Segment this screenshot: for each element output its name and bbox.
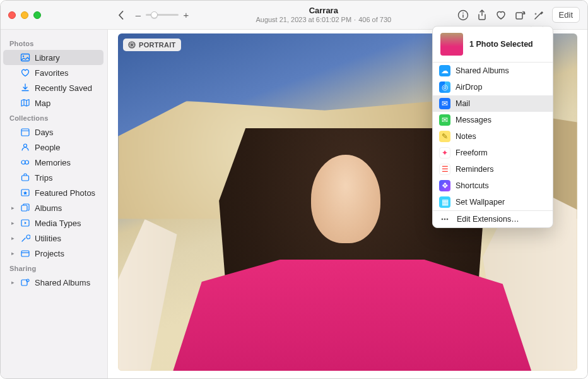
map-icon — [20, 98, 30, 108]
wallpaper-app-icon: ▦ — [439, 196, 450, 208]
sidebar-item-label: Recently Saved — [35, 83, 92, 93]
mail-app-icon: ✉︎ — [439, 98, 450, 109]
svg-rect-14 — [21, 251, 29, 256]
share-button[interactable] — [476, 9, 488, 21]
sidebar-item-label: Shared Albums — [35, 278, 90, 287]
notes-app-icon: ✎ — [439, 131, 450, 142]
sidebar-item-label: Library — [35, 53, 60, 63]
shared-albums-app-icon: ☁︎ — [439, 65, 450, 76]
share-menu-header: 1 Photo Selected — [433, 27, 553, 62]
sidebar-item-recently-saved[interactable]: Recently Saved — [3, 80, 103, 95]
sidebar-item-label: Favorites — [35, 68, 68, 78]
chevron-right-icon: ▸ — [9, 220, 16, 226]
heart-icon — [20, 68, 30, 78]
sidebar-section-collections: Collections — [3, 111, 103, 124]
chevron-right-icon: ▸ — [9, 250, 16, 256]
sidebar-item-albums[interactable]: ▸ Albums — [3, 200, 103, 215]
sidebar-item-days[interactable]: Days — [3, 124, 103, 140]
trips-icon — [20, 172, 30, 183]
sidebar-item-label: Featured Photos — [35, 188, 95, 198]
svg-rect-4 — [21, 54, 30, 61]
edit-button[interactable]: Edit — [552, 7, 580, 23]
sidebar-item-favorites[interactable]: Favorites — [3, 65, 103, 80]
sidebar-item-label: Media Types — [35, 219, 81, 228]
favorite-button[interactable] — [495, 9, 507, 21]
sidebar-item-shared-albums[interactable]: ▸ Shared Albums — [3, 275, 103, 290]
svg-point-18 — [442, 219, 444, 220]
extensions-icon — [439, 214, 450, 225]
photo-counter: 406 of 730 — [358, 16, 391, 23]
chevron-right-icon: ▸ — [9, 279, 16, 286]
svg-rect-12 — [21, 205, 27, 211]
photos-window: – + Carrara August 21, 2023 at 6:01:02 P… — [0, 0, 588, 379]
shared-albums-icon — [20, 277, 30, 287]
airdrop-app-icon: ◎ — [439, 81, 450, 93]
sidebar-item-memories[interactable]: Memories — [3, 155, 103, 170]
library-icon — [20, 52, 30, 63]
sidebar-item-media-types[interactable]: ▸ Media Types — [3, 215, 103, 231]
svg-point-16 — [26, 279, 29, 282]
chevron-right-icon: ▸ — [9, 235, 16, 241]
title-area: Carrara August 21, 2023 at 6:01:02 PM·40… — [190, 6, 457, 24]
sidebar-item-label: Trips — [35, 173, 52, 183]
featured-icon — [20, 188, 30, 198]
reminders-app-icon: ☰ — [439, 164, 450, 175]
sidebar-section-sharing: Sharing — [3, 261, 103, 275]
sidebar-section-photos: Photos — [3, 36, 103, 50]
svg-point-7 — [24, 144, 27, 147]
svg-rect-2 — [462, 12, 463, 13]
zoom-slider[interactable]: – + — [134, 9, 190, 20]
download-icon — [20, 83, 30, 93]
share-menu-title: 1 Photo Selected — [469, 40, 533, 49]
share-item-shortcuts[interactable]: ❖Shortcuts — [433, 177, 553, 194]
utilities-icon — [20, 233, 30, 243]
sidebar-item-map[interactable]: Map — [3, 95, 103, 111]
viewer-left-controls: – + — [108, 9, 190, 20]
people-icon — [20, 142, 30, 152]
share-item-notes[interactable]: ✎Notes — [433, 128, 553, 145]
svg-rect-10 — [22, 176, 29, 181]
svg-point-20 — [447, 219, 449, 220]
zoom-out-icon: – — [134, 9, 142, 20]
share-item-airdrop[interactable]: ◎AirDrop — [433, 79, 553, 95]
sidebar-item-label: Map — [35, 99, 50, 108]
shortcuts-app-icon: ❖ — [439, 180, 450, 191]
svg-point-5 — [23, 56, 24, 57]
info-button[interactable] — [457, 9, 469, 21]
svg-rect-1 — [462, 15, 463, 18]
share-item-mail[interactable]: ✉︎Mail — [433, 95, 553, 112]
share-menu-thumbnail — [440, 33, 463, 56]
share-item-edit-extensions[interactable]: Edit Extensions… — [433, 211, 553, 227]
sidebar-item-label: People — [35, 143, 60, 152]
auto-enhance-button[interactable] — [533, 9, 544, 21]
fullscreen-window-button[interactable] — [33, 11, 41, 19]
svg-point-19 — [444, 219, 446, 220]
portrait-badge: PORTRAIT — [123, 39, 181, 51]
sidebar-item-projects[interactable]: ▸ Projects — [3, 246, 103, 261]
sidebar-item-label: Projects — [35, 249, 64, 258]
back-button[interactable] — [114, 11, 128, 20]
share-item-set-wallpaper[interactable]: ▦Set Wallpaper — [433, 194, 553, 210]
share-item-messages[interactable]: ✉︎Messages — [433, 112, 553, 128]
sidebar-item-library[interactable]: Library — [3, 50, 103, 65]
close-window-button[interactable] — [8, 11, 16, 19]
sidebar: Photos Library Favorites Recently Saved … — [1, 30, 108, 378]
calendar-icon — [20, 127, 30, 137]
sidebar-item-utilities[interactable]: ▸ Utilities — [3, 231, 103, 246]
share-item-freeform[interactable]: ✦Freeform — [433, 145, 553, 161]
minimize-window-button[interactable] — [21, 11, 28, 19]
photo-title: Carrara — [190, 6, 457, 16]
messages-app-icon: ✉︎ — [439, 114, 450, 126]
sidebar-item-label: Albums — [35, 203, 62, 213]
share-item-shared-albums[interactable]: ☁︎Shared Albums — [433, 63, 553, 79]
sidebar-item-trips[interactable]: Trips — [3, 170, 103, 185]
sidebar-item-people[interactable]: People — [3, 140, 103, 155]
memories-icon — [20, 157, 30, 167]
projects-icon — [20, 248, 30, 258]
rotate-button[interactable] — [514, 9, 526, 21]
photo-date: August 21, 2023 at 6:01:02 PM — [256, 16, 351, 23]
aperture-icon — [128, 41, 136, 49]
svg-rect-6 — [21, 129, 29, 136]
sidebar-item-featured-photos[interactable]: Featured Photos — [3, 185, 103, 200]
share-item-reminders[interactable]: ☰Reminders — [433, 161, 553, 177]
